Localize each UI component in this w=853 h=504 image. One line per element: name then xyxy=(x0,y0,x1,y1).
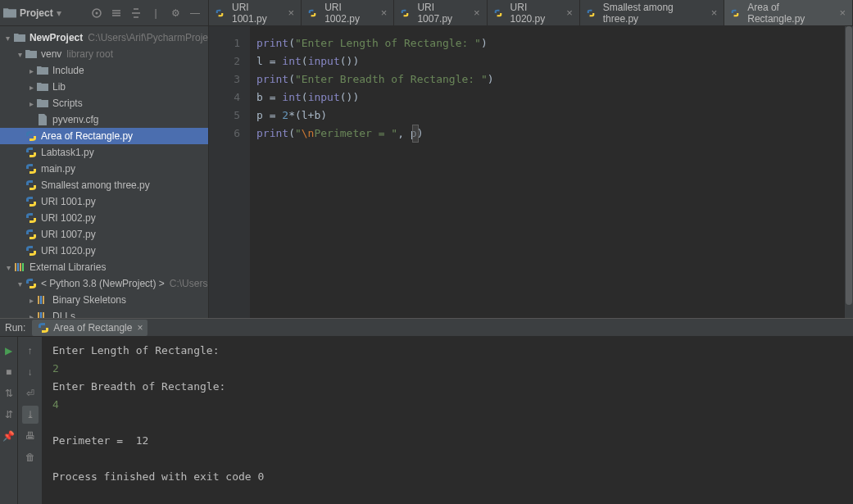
folder-icon xyxy=(25,48,38,61)
code-line[interactable]: l = int(input()) xyxy=(256,52,853,70)
run-toolbar-right: ↑ ↓ ⏎ ⤓ 🖶 🗑 xyxy=(18,337,43,504)
editor-tab[interactable]: URI 1007.py× xyxy=(394,0,487,25)
scroll-to-end-button[interactable]: ⤓ xyxy=(22,406,39,424)
run-header: Run: Area of Rectangle × xyxy=(0,319,853,337)
python-env-label: < Python 3.8 (NewProject) > xyxy=(41,278,165,289)
collapse-all-icon[interactable] xyxy=(128,5,144,21)
venv-folder[interactable]: ▾ venv library root xyxy=(0,46,208,62)
run-panel: Run: Area of Rectangle × ▶ ■ ⇅ ⇵ 📌 ↑ ↓ ⏎… xyxy=(0,318,853,504)
line-number: 2 xyxy=(209,52,240,70)
external-libraries[interactable]: ▾ External Libraries xyxy=(0,259,208,275)
clear-button[interactable]: 🗑 xyxy=(22,448,39,466)
tree-item[interactable]: ▸Lib xyxy=(0,79,208,95)
layout-button-2[interactable]: ⇵ xyxy=(1,406,17,424)
tree-item[interactable]: ▸Binary Skeletons xyxy=(0,292,208,308)
project-tree[interactable]: ▾ NewProject C:\Users\Arif\PycharmProje … xyxy=(0,26,208,318)
print-button[interactable]: 🖶 xyxy=(22,427,39,445)
tree-item[interactable]: ▸Scripts xyxy=(0,95,208,111)
rerun-button[interactable]: ▶ xyxy=(1,342,17,360)
python-file-icon xyxy=(494,7,507,20)
line-number: 5 xyxy=(209,107,240,125)
tree-file[interactable]: main.py xyxy=(0,161,208,177)
stop-button[interactable]: ■ xyxy=(1,363,17,381)
code-content[interactable]: print("Enter Length of Rectangle: ")l = … xyxy=(250,26,853,318)
up-button[interactable]: ↑ xyxy=(22,342,39,360)
close-icon[interactable]: × xyxy=(288,7,295,19)
tree-item[interactable]: ▸DLLs xyxy=(0,308,208,318)
pin-button[interactable]: 📌 xyxy=(1,427,17,445)
ext-lib-label: External Libraries xyxy=(29,261,106,273)
run-toolbar-left: ▶ ■ ⇅ ⇵ 📌 xyxy=(0,337,18,504)
close-icon[interactable]: × xyxy=(474,7,480,19)
venv-name: venv xyxy=(41,48,61,60)
sidebar-header: Project ▾ | ⚙ — xyxy=(0,0,208,26)
file-name: Labtask1.py xyxy=(41,147,94,158)
python-file-icon xyxy=(25,179,38,192)
code-editor[interactable]: 123456 print("Enter Length of Rectangle:… xyxy=(209,26,853,318)
python-file-icon xyxy=(587,7,600,20)
tree-item[interactable]: ▸Include xyxy=(0,62,208,79)
code-line[interactable]: print("\nPerimeter = ", p) xyxy=(256,125,853,143)
file-name: Area of Rectangle.py xyxy=(41,130,133,142)
project-label[interactable]: Project xyxy=(20,7,53,19)
svg-rect-8 xyxy=(43,296,44,304)
tree-file[interactable]: URI 1007.py xyxy=(0,226,208,243)
dropdown-arrow-icon[interactable]: ▾ xyxy=(57,7,61,19)
line-number: 3 xyxy=(209,70,240,89)
console-output[interactable]: Enter Length of Rectangle: 2Enter Breadt… xyxy=(43,337,853,504)
caret xyxy=(412,125,419,143)
python-file-icon xyxy=(25,211,38,225)
tree-file[interactable]: Area of Rectangle.py xyxy=(0,128,208,144)
python-file-icon xyxy=(25,228,38,241)
code-line[interactable]: print("Enter Breadth of Rectangle: ") xyxy=(256,70,853,89)
tree-file[interactable]: Labtask1.py xyxy=(0,144,208,161)
python-file-icon xyxy=(25,162,38,175)
editor-tab[interactable]: Smallest among three.py× xyxy=(580,0,725,25)
layout-button[interactable]: ⇅ xyxy=(1,384,17,402)
run-tab[interactable]: Area of Rectangle × xyxy=(32,320,147,336)
close-icon[interactable]: × xyxy=(137,322,143,334)
library-icon xyxy=(13,261,26,274)
python-env[interactable]: ▾ < Python 3.8 (NewProject) > C:\Users xyxy=(0,275,208,292)
select-open-file-icon[interactable] xyxy=(88,5,105,21)
wrap-button[interactable]: ⏎ xyxy=(22,384,39,402)
expand-all-icon[interactable] xyxy=(108,5,125,21)
close-icon[interactable]: × xyxy=(381,7,388,19)
tree-item-label: Scripts xyxy=(52,98,83,109)
tree-file[interactable]: URI 1020.py xyxy=(0,243,208,259)
console-line: Process finished with exit code 0 xyxy=(52,468,853,486)
python-file-icon xyxy=(216,7,229,20)
code-line[interactable]: p = 2*(l+b) xyxy=(256,107,853,125)
editor-tab[interactable]: URI 1002.py× xyxy=(302,0,394,25)
project-root-name: NewProject xyxy=(29,32,83,43)
close-icon[interactable]: × xyxy=(839,7,846,19)
tree-item[interactable]: pyvenv.cfg xyxy=(0,111,208,128)
editor-tab[interactable]: Area of Rectangle.py× xyxy=(724,0,853,25)
console-line: Perimeter = 12 xyxy=(52,432,853,450)
tree-file[interactable]: URI 1001.py xyxy=(0,193,208,210)
file-name: Smallest among three.py xyxy=(41,179,150,191)
down-button[interactable]: ↓ xyxy=(22,363,39,381)
console-line xyxy=(52,450,853,468)
code-line[interactable]: b = int(input()) xyxy=(256,89,853,107)
console-line: 2 xyxy=(52,360,853,378)
editor-tab[interactable]: URI 1001.py× xyxy=(209,0,302,25)
console-line xyxy=(52,414,853,432)
svg-rect-7 xyxy=(40,296,42,304)
settings-icon[interactable]: ⚙ xyxy=(167,5,184,21)
tab-label: URI 1020.py xyxy=(510,2,562,25)
line-number: 1 xyxy=(209,34,240,52)
hide-icon[interactable]: — xyxy=(187,5,203,21)
code-line[interactable]: print("Enter Length of Rectangle: ") xyxy=(256,34,853,52)
svg-rect-10 xyxy=(40,312,42,318)
close-icon[interactable]: × xyxy=(566,7,573,19)
python-file-icon xyxy=(25,129,38,143)
tree-file[interactable]: URI 1002.py xyxy=(0,210,208,226)
console-line: 4 xyxy=(52,396,853,414)
close-icon[interactable]: × xyxy=(711,7,718,19)
editor-tab[interactable]: URI 1020.py× xyxy=(488,0,580,25)
python-env-path: C:\Users xyxy=(170,278,208,289)
svg-rect-5 xyxy=(22,263,24,271)
project-root[interactable]: ▾ NewProject C:\Users\Arif\PycharmProje xyxy=(0,30,208,46)
tree-file[interactable]: Smallest among three.py xyxy=(0,177,208,193)
